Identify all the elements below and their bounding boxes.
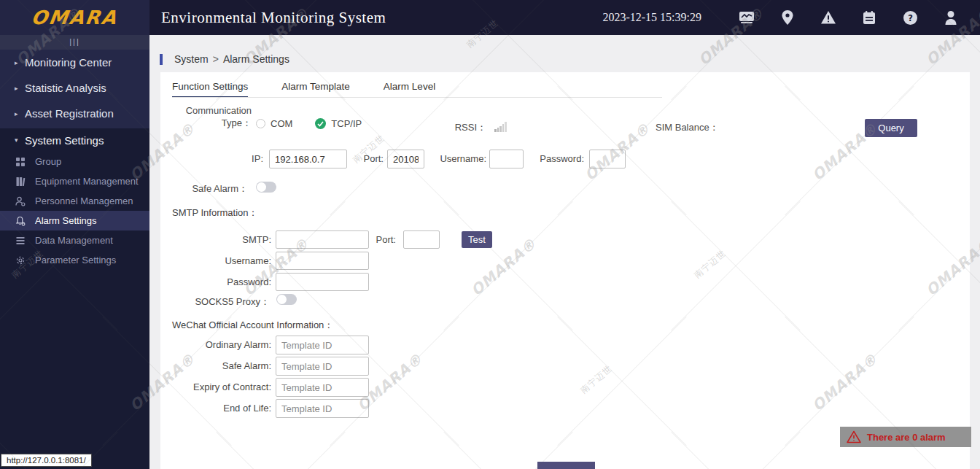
sidebar-item-personnel-management[interactable]: Personnel Managemen: [0, 191, 149, 211]
breadcrumb: System > Alarm Settings: [160, 52, 294, 66]
sidebar-item-statistic-analysis[interactable]: ▸ Statistic Analysis: [0, 75, 149, 101]
safe-alarm-label: Safe Alarm：: [175, 182, 248, 195]
tab-function-settings[interactable]: Function Settings: [172, 81, 248, 98]
end-of-life-label: End of Life:: [169, 403, 271, 414]
socks5-proxy-toggle[interactable]: [276, 294, 297, 305]
location-icon[interactable]: [779, 9, 796, 26]
sim-balance-label: SIM Balance：: [656, 121, 719, 134]
radio-tcpip[interactable]: [315, 118, 326, 129]
sidebar-item-label: Group: [35, 156, 61, 167]
tab-divider: [172, 97, 662, 98]
monitor-icon[interactable]: [738, 9, 755, 26]
warning-icon[interactable]: [820, 9, 837, 26]
sidebar-item-label: Statistic Analysis: [25, 82, 106, 94]
safe-alarm-toggle[interactable]: [256, 182, 276, 193]
expiry-of-contract-label: Expiry of Contract:: [169, 381, 271, 392]
sidebar-item-equipment-management[interactable]: Equipment Management: [0, 171, 149, 191]
page-title: Environmental Monitoring System: [161, 9, 386, 27]
smtp-port-label: Port:: [352, 234, 396, 245]
calendar-icon[interactable]: [860, 9, 878, 26]
smtp-password-input[interactable]: [276, 273, 369, 291]
tab-alarm-level[interactable]: Alarm Level: [384, 81, 435, 98]
network-password-input[interactable]: [589, 150, 626, 168]
rssi-label: RSSI：: [435, 121, 486, 134]
chevron-right-icon: ▸: [15, 59, 25, 66]
breadcrumb-accent-bar: [160, 54, 163, 65]
radio-com[interactable]: [256, 119, 265, 128]
smtp-username-input[interactable]: [276, 252, 369, 270]
sidebar-item-monitoring-center[interactable]: ▸ Monitoring Center: [0, 50, 149, 75]
network-password-label: Password:: [533, 153, 584, 164]
smtp-password-label: Password:: [198, 276, 271, 287]
header-toolbar: 2023-12-15 15:39:29 ?: [602, 9, 971, 26]
sidebar-item-parameter-settings[interactable]: Parameter Settings: [0, 250, 149, 270]
end-of-life-template-input[interactable]: [276, 399, 369, 418]
header-datetime: 2023-12-15 15:39:29: [602, 11, 701, 24]
chevron-down-icon: ▾: [15, 136, 25, 144]
socks5-proxy-label: SOCKS5 Proxy：: [182, 295, 270, 309]
ordinary-alarm-label: Ordinary Alarm:: [169, 339, 271, 350]
wechat-section-heading: WeChat Official Account Information：: [172, 319, 333, 332]
alarm-notice-text: There are 0 alarm: [867, 432, 946, 443]
data-icon: [15, 235, 26, 246]
sidebar-system-settings-section: ▾ System Settings Group Equipment Manage…: [0, 128, 149, 469]
communication-type-label: Communication Type：: [175, 104, 252, 129]
sidebar-item-system-settings[interactable]: ▾ System Settings: [0, 128, 149, 152]
sidebar-item-label: System Settings: [25, 134, 104, 147]
save-button[interactable]: [537, 462, 595, 469]
sidebar-item-data-management[interactable]: Data Management: [0, 230, 149, 250]
sidebar-item-group[interactable]: Group: [0, 152, 149, 171]
network-username-label: Username:: [435, 153, 486, 164]
radio-com-label: COM: [271, 118, 292, 129]
chevron-right-icon: ▸: [15, 85, 25, 92]
breadcrumb-system[interactable]: System: [174, 53, 209, 65]
wechat-safe-alarm-label: Safe Alarm:: [169, 360, 271, 371]
expiry-of-contract-template-input[interactable]: [276, 378, 369, 397]
query-button[interactable]: Query: [865, 119, 917, 137]
app-header: OMARA Environmental Monitoring System 20…: [0, 0, 980, 35]
sidebar: ▸ Monitoring Center ▸ Statistic Analysis…: [0, 50, 149, 469]
alarm-notice-bar[interactable]: There are 0 alarm: [840, 427, 971, 447]
safe-alarm-template-input[interactable]: [276, 357, 369, 376]
alarm-warning-icon: [847, 430, 861, 443]
help-icon[interactable]: ?: [901, 9, 919, 26]
parameter-icon: [15, 255, 26, 265]
sidebar-item-asset-registration[interactable]: ▸ Asset Registration: [0, 101, 149, 126]
svg-text:?: ?: [908, 13, 913, 23]
breadcrumb-alarm-settings: Alarm Settings: [223, 53, 289, 65]
port-label: Port:: [354, 153, 384, 164]
smtp-section-heading: SMTP Information：: [172, 206, 258, 220]
smtp-username-label: Username:: [198, 255, 271, 266]
logo[interactable]: OMARA: [0, 0, 149, 35]
smtp-label: SMTP:: [198, 234, 271, 245]
sidebar-item-label: Equipment Management: [35, 176, 139, 187]
ip-input[interactable]: [269, 150, 347, 168]
breadcrumb-separator: >: [213, 53, 219, 65]
sidebar-item-label: Asset Registration: [25, 107, 114, 120]
alarm-icon: [15, 215, 26, 226]
user-icon[interactable]: [942, 9, 960, 26]
status-url: http://127.0.0.1:8081/: [1, 454, 92, 467]
test-button[interactable]: Test: [462, 231, 492, 248]
sidebar-item-label: Parameter Settings: [35, 255, 116, 265]
communication-type-radio-group: COM TCP/IP: [256, 118, 362, 129]
chevron-right-icon: ▸: [15, 110, 25, 117]
sidebar-collapse-handle[interactable]: |||: [0, 35, 149, 50]
sidebar-item-alarm-settings[interactable]: Alarm Settings: [0, 211, 149, 230]
port-input[interactable]: [387, 150, 424, 168]
network-username-input[interactable]: [489, 150, 524, 168]
smtp-port-input[interactable]: [403, 230, 440, 249]
equipment-icon: [15, 176, 26, 187]
ordinary-alarm-template-input[interactable]: [276, 336, 369, 354]
sidebar-item-label: Personnel Managemen: [35, 195, 133, 206]
personnel-icon: [15, 195, 26, 206]
settings-panel: Function Settings Alarm Template Alarm L…: [160, 72, 970, 469]
sidebar-item-label: Data Management: [35, 235, 113, 246]
ip-label: IP:: [234, 153, 263, 164]
group-icon: [15, 156, 26, 167]
logo-text: OMARA: [30, 7, 119, 28]
sidebar-item-label: Monitoring Center: [25, 56, 112, 69]
sidebar-item-label: Alarm Settings: [35, 215, 97, 226]
rssi-signal-icon: [494, 122, 507, 132]
tab-alarm-template[interactable]: Alarm Template: [281, 81, 350, 98]
